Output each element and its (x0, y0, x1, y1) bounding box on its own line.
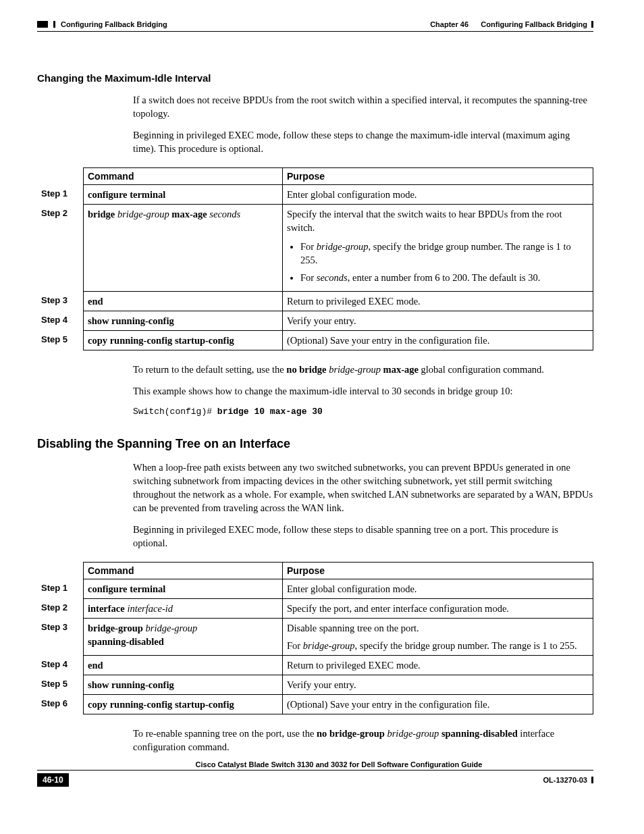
purpose-cell: Verify your entry. (283, 311, 593, 331)
purpose-cell: Enter global configuration mode. (283, 579, 593, 599)
purpose-cell: Enter global configuration mode. (283, 185, 593, 205)
section-heading-max-idle: Changing the Maximum-Idle Interval (37, 72, 593, 84)
table-header-purpose: Purpose (283, 168, 593, 185)
step-label: Step 5 (37, 675, 84, 695)
command-cell: configure terminal (84, 579, 283, 599)
purpose-cell: Specify the port, and enter interface co… (283, 599, 593, 619)
command-cell: show running-config (84, 675, 283, 695)
command-cell: configure terminal (84, 185, 283, 205)
paragraph: Beginning in privileged EXEC mode, follo… (133, 128, 593, 155)
page-number-badge: 46-10 (37, 773, 69, 787)
command-cell: show running-config (84, 311, 283, 331)
command-cell: end (84, 292, 283, 311)
step-label: Step 3 (37, 619, 84, 656)
purpose-cell: Verify your entry. (283, 675, 593, 695)
paragraph: Beginning in privileged EXEC mode, follo… (133, 523, 593, 550)
command-cell: copy running-config startup-config (84, 695, 283, 714)
table-row: Step 3 bridge-group bridge-group spannin… (37, 619, 593, 656)
chapter-label: Chapter 46 Configuring Fallback Bridging (430, 20, 587, 28)
command-cell: interface interface-id (84, 599, 283, 619)
step-label: Step 4 (37, 311, 84, 331)
doc-id: OL-13270-03 (543, 776, 587, 784)
footer-marker (591, 777, 593, 783)
purpose-cell: (Optional) Save your entry in the config… (283, 331, 593, 350)
table-row: Step 4 end Return to privileged EXEC mod… (37, 656, 593, 675)
steps-table-2: Command Purpose Step 1 configure termina… (37, 562, 593, 714)
paragraph: To return to the default setting, use th… (133, 363, 593, 376)
running-head-left: Configuring Fallback Bridging (61, 20, 167, 28)
code-example: Switch(config)# bridge 10 max-age 30 (133, 407, 593, 417)
running-header: Configuring Fallback Bridging Chapter 46… (37, 20, 593, 28)
table-row: Step 6 copy running-config startup-confi… (37, 695, 593, 714)
purpose-cell: Specify the interval that the switch wai… (283, 205, 593, 292)
page-container: Configuring Fallback Bridging Chapter 46… (0, 0, 644, 807)
table-row: Step 5 show running-config Verify your e… (37, 675, 593, 695)
purpose-cell: Return to privileged EXEC mode. (283, 292, 593, 311)
paragraph: When a loop-free path exists between any… (133, 461, 593, 515)
footer-book-title: Cisco Catalyst Blade Switch 3130 and 303… (84, 760, 593, 768)
table-header-command: Command (84, 168, 283, 185)
table-header-command: Command (84, 563, 283, 579)
table-header-purpose: Purpose (283, 563, 593, 579)
header-rule (37, 31, 593, 32)
section-heading-disable-stp: Disabling the Spanning Tree on an Interf… (37, 437, 593, 451)
steps-table-1: Command Purpose Step 1 configure termina… (37, 167, 593, 350)
purpose-cell: (Optional) Save your entry in the config… (283, 695, 593, 714)
paragraph: To re-enable spanning tree on the port, … (133, 727, 593, 754)
table-row: Step 2 bridge bridge-group max-age secon… (37, 205, 593, 292)
table-row: Step 5 copy running-config startup-confi… (37, 331, 593, 350)
step-label: Step 3 (37, 292, 84, 311)
command-cell: end (84, 656, 283, 675)
table-row: Step 4 show running-config Verify your e… (37, 311, 593, 331)
command-cell: bridge bridge-group max-age seconds (84, 205, 283, 292)
step-label: Step 2 (37, 599, 84, 619)
command-cell: bridge-group bridge-group spanning-disab… (84, 619, 283, 656)
header-marker-right (591, 21, 593, 28)
table-row: Step 3 end Return to privileged EXEC mod… (37, 292, 593, 311)
footer-rule (37, 770, 593, 771)
paragraph: This example shows how to change the max… (133, 384, 593, 398)
step-label: Step 6 (37, 695, 84, 714)
step-label: Step 4 (37, 656, 84, 675)
table-row: Step 1 configure terminal Enter global c… (37, 579, 593, 599)
step-label: Step 2 (37, 205, 84, 292)
step-label: Step 5 (37, 331, 84, 350)
table-row: Step 1 configure terminal Enter global c… (37, 185, 593, 205)
purpose-cell: Disable spanning tree on the port. For b… (283, 619, 593, 656)
purpose-cell: Return to privileged EXEC mode. (283, 656, 593, 675)
table-row: Step 2 interface interface-id Specify th… (37, 599, 593, 619)
step-label: Step 1 (37, 579, 84, 599)
step-label: Step 1 (37, 185, 84, 205)
page-footer: 46-10 OL-13270-03 (37, 773, 593, 787)
header-marker-thin (53, 21, 55, 28)
command-cell: copy running-config startup-config (84, 331, 283, 350)
header-marker-left (37, 21, 48, 28)
paragraph: If a switch does not receive BPDUs from … (133, 93, 593, 120)
